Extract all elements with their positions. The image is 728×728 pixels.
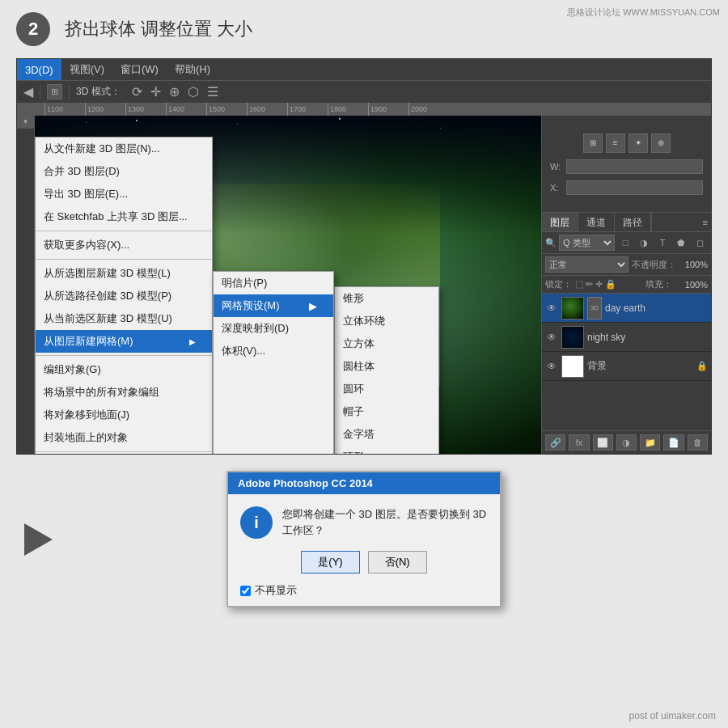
layer-row-night-sky[interactable]: 👁 night sky: [542, 323, 711, 352]
layer-filter-type[interactable]: T: [654, 235, 671, 251]
dialog: Adobe Photoshop CC 2014 i 您即将创建一个 3D 图层。…: [226, 471, 502, 607]
layer-mask-btn[interactable]: ⬜: [593, 434, 613, 451]
width-row: W:: [546, 159, 707, 174]
menu-view[interactable]: 视图(V): [61, 59, 112, 80]
ruler-mark-1900: 1900: [368, 103, 408, 116]
layer-delete-btn[interactable]: 🗑: [688, 434, 708, 451]
toolbar-grid-icon[interactable]: ⊞: [47, 84, 62, 99]
preset-cube[interactable]: 立方体: [335, 332, 438, 355]
ruler-mark-1800: 1800: [328, 103, 368, 116]
x-label: X:: [550, 183, 566, 193]
toolbar-arrow-left[interactable]: ◀: [23, 84, 33, 99]
submenu-volume[interactable]: 体积(V)...: [214, 340, 333, 362]
sep4: [36, 451, 212, 452]
prop-icon-3[interactable]: ✦: [629, 133, 648, 153]
prop-icon-2[interactable]: ≡: [606, 133, 625, 153]
menu-move-to-ground[interactable]: 将对象移到地面(J): [36, 404, 212, 426]
lock-all-icon[interactable]: 🔒: [605, 279, 616, 290]
play-button[interactable]: [24, 523, 53, 556]
dialog-no-button[interactable]: 否(N): [368, 551, 427, 574]
tab-paths[interactable]: 路径: [615, 213, 651, 231]
preset-torus[interactable]: 圆环: [335, 378, 438, 400]
preset-cone[interactable]: 锥形: [335, 287, 438, 310]
layer-row-background[interactable]: 👁 背景 🔒: [542, 352, 711, 381]
menu-encapsulate-ground[interactable]: 封装地面上的对象: [36, 426, 212, 449]
toolbar-pan-icon[interactable]: ✛: [150, 84, 161, 99]
preset-sphere-pano[interactable]: 立体环绕: [335, 310, 438, 332]
layer-new-btn[interactable]: 📄: [663, 434, 684, 451]
layer-eye-day-earth[interactable]: 👁: [545, 302, 558, 315]
submenu-postcard[interactable]: 明信片(P): [214, 272, 333, 294]
menu-new-3d-from-selection[interactable]: 从当前选区新建 3D 模型(U): [36, 307, 212, 330]
left-tools: ▼: [17, 116, 35, 454]
submenu-presets: 锥形 立体环绕 立方体 圆柱体 圆环 帽子 金字塔 环形 汽水 球体 球面全景 …: [334, 286, 439, 454]
menu-get-more[interactable]: 获取更多内容(X)...: [36, 234, 212, 256]
menu-3d[interactable]: 3D(D): [17, 59, 61, 80]
menu-help[interactable]: 帮助(H): [167, 59, 218, 80]
layer-filter-smart[interactable]: ◻: [692, 235, 708, 251]
preset-hat[interactable]: 帽子: [335, 400, 438, 423]
menu-share-sketchfab[interactable]: 在 Sketchfab 上共享 3D 图层...: [36, 205, 212, 228]
menu-new-3d-from-layer[interactable]: 从所选图层新建 3D 模型(L): [36, 262, 212, 285]
blend-mode-select[interactable]: 正常: [545, 256, 629, 273]
layer-eye-night-sky[interactable]: 👁: [545, 331, 558, 344]
submenu-mesh: 明信片(P) 网格预设(M)▶ 深度映射到(D) 体积(V)...: [213, 271, 334, 454]
layer-filter-adj[interactable]: ◑: [636, 235, 652, 251]
tab-layers[interactable]: 图层: [542, 213, 578, 231]
lock-row: 锁定： ⬚ ✏ ✛ 🔒 填充： 100%: [542, 276, 711, 294]
menu-export-3d[interactable]: 导出 3D 图层(E)...: [36, 183, 212, 205]
layer-fx-btn[interactable]: fx: [569, 434, 589, 451]
menu-merge-3d[interactable]: 合并 3D 图层(D): [36, 160, 212, 183]
toolbar-settings-icon[interactable]: ☰: [207, 84, 218, 99]
step-title: 挤出球体 调整位置 大小: [65, 17, 252, 41]
layer-row-day-earth[interactable]: 👁 3D day earth: [542, 294, 711, 323]
prop-icon-4[interactable]: ⊕: [651, 133, 671, 153]
layer-name-day-earth: day earth: [605, 303, 708, 314]
toolbar-3d-icon[interactable]: ⬡: [188, 84, 199, 99]
menu-window[interactable]: 窗口(W): [112, 59, 167, 80]
prop-icon-1[interactable]: ⊞: [583, 133, 603, 153]
width-input[interactable]: [566, 159, 703, 174]
tab-channels[interactable]: 通道: [578, 213, 615, 231]
ruler-mark-1100: 1100: [44, 103, 85, 116]
menu-new-3d-from-path[interactable]: 从所选路径创建 3D 模型(P): [36, 285, 212, 307]
layer-link-btn[interactable]: 🔗: [545, 434, 565, 451]
ruler-marks: 1100 1200 1300 1400 1500 1600 1700 1800 …: [44, 103, 449, 116]
layer-3d-icon: 3D: [587, 297, 602, 320]
layer-filter-shape[interactable]: ⬟: [673, 235, 689, 251]
toolbar-3d-mode: 3D 模式：: [76, 85, 121, 99]
dialog-dont-show-checkbox[interactable]: [240, 586, 251, 596]
properties-panel: ⊞ ≡ ✦ ⊕ W: X:: [542, 116, 711, 213]
preset-cylinder[interactable]: 圆柱体: [335, 355, 438, 378]
menu-new-mesh-from-layer[interactable]: 从图层新建网格(M)▶: [36, 330, 212, 353]
lock-transparency-icon[interactable]: ⬚: [575, 279, 583, 290]
layer-eye-background[interactable]: 👁: [545, 360, 558, 373]
preset-ring[interactable]: 环形: [335, 446, 438, 454]
submenu-depth-map[interactable]: 深度映射到(D): [214, 317, 333, 340]
ruler-mark-2000: 2000: [408, 103, 449, 116]
menu-group-objects[interactable]: 编组对象(G): [36, 358, 212, 381]
layer-type-select[interactable]: Q 类型: [559, 235, 615, 251]
lock-position-icon[interactable]: ✛: [595, 279, 603, 290]
dialog-buttons: 是(Y) 否(N): [228, 551, 500, 583]
layer-filter-pixel[interactable]: □: [617, 235, 633, 251]
layer-thumb-day-earth: [561, 297, 584, 320]
menu-new-from-file[interactable]: 从文件新建 3D 图层(N)...: [36, 138, 212, 160]
dropdown-overlay: 从文件新建 3D 图层(N)... 合并 3D 图层(D) 导出 3D 图层(E…: [35, 137, 439, 454]
x-input[interactable]: [566, 180, 703, 195]
fill-value: 100%: [675, 280, 708, 290]
preset-pyramid[interactable]: 金字塔: [335, 423, 438, 446]
ruler-mark-1600: 1600: [247, 103, 287, 116]
layer-adj-btn[interactable]: ◑: [616, 434, 637, 451]
toolbar-rotate-icon[interactable]: ⟳: [132, 84, 142, 99]
layer-group-btn[interactable]: 📁: [640, 434, 660, 451]
submenu-mesh-presets[interactable]: 网格预设(M)▶: [214, 294, 333, 317]
dialog-yes-button[interactable]: 是(Y): [301, 551, 359, 574]
ruler-mark-1700: 1700: [287, 103, 328, 116]
lock-paint-icon[interactable]: ✏: [586, 279, 593, 290]
dialog-body: i 您即将创建一个 3D 图层。是否要切换到 3D 工作区？: [228, 494, 500, 551]
layers-panel-menu[interactable]: ≡: [703, 218, 708, 227]
menu-group-all[interactable]: 将场景中的所有对象编组: [36, 381, 212, 404]
toolbar-zoom-icon[interactable]: ⊕: [169, 84, 180, 99]
main-canvas: 从文件新建 3D 图层(N)... 合并 3D 图层(D) 导出 3D 图层(E…: [35, 116, 541, 454]
